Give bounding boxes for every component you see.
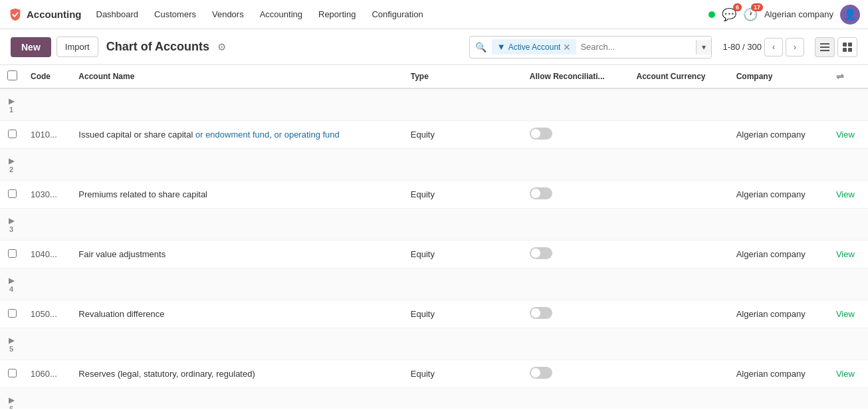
reconciliation-toggle[interactable] [530, 247, 552, 259]
group-expand-cell[interactable]: ▶ 2 [0, 149, 24, 181]
col-header-code[interactable]: Code [24, 65, 72, 88]
import-button[interactable]: Import [56, 37, 98, 57]
table-row: 1030... Premiums related to share capita… [0, 181, 868, 209]
search-bar: 🔍 ▼ Active Account ✕ ▾ [469, 36, 712, 58]
row-checkbox[interactable] [8, 369, 17, 377]
col-header-currency[interactable]: Account Currency [630, 65, 730, 88]
view-link-cell[interactable]: View [829, 181, 868, 209]
pagination-prev-button[interactable]: ‹ [764, 38, 783, 56]
nav-item-reporting[interactable]: Reporting [312, 5, 362, 23]
account-type: Equity [404, 300, 523, 328]
kanban-view-button[interactable] [837, 37, 857, 57]
nav-item-customers[interactable]: Customers [148, 5, 203, 23]
group-expand-icon[interactable]: ▶ 5 [7, 336, 16, 353]
view-link-cell[interactable]: View [829, 241, 868, 268]
allow-reconciliation-cell[interactable] [523, 300, 630, 328]
list-view-button[interactable] [815, 37, 835, 57]
view-link[interactable]: View [836, 189, 855, 199]
row-checkbox[interactable] [8, 189, 17, 198]
table-body: ▶ 1 1010... Issued capital or share capi… [0, 88, 868, 409]
view-link[interactable]: View [836, 130, 855, 140]
account-name-link-endowment[interactable]: or endowment fund [195, 130, 269, 140]
col-header-company[interactable]: Company [730, 65, 829, 88]
row-checkbox-cell[interactable] [0, 360, 24, 388]
group-expand-cell[interactable]: ▶ 4 [0, 268, 24, 300]
account-type: Equity [404, 241, 523, 268]
settings-icon[interactable]: ⚙ [217, 41, 226, 53]
view-link-cell[interactable]: View [829, 121, 868, 149]
filter-icon: ▼ [497, 42, 506, 52]
activities-count: 17 [751, 3, 763, 11]
col-header-type[interactable]: Type [404, 65, 523, 88]
row-checkbox-cell[interactable] [0, 241, 24, 268]
group-expand-icon[interactable]: ▶ 1 [7, 97, 16, 114]
accounts-table-container: Code Account Name Type Allow Reconciliat… [0, 65, 868, 409]
reconciliation-toggle[interactable] [530, 128, 552, 140]
col-header-reconciliation[interactable]: Allow Reconciliati... [523, 65, 630, 88]
group-expand-cell[interactable]: ▶ 6 [0, 388, 24, 409]
view-link-cell[interactable]: View [829, 360, 868, 388]
select-all-header[interactable] [0, 65, 24, 88]
group-row: ▶ 4 [0, 268, 868, 300]
filter-remove-button[interactable]: ✕ [563, 43, 571, 52]
allow-reconciliation-cell[interactable] [523, 241, 630, 268]
row-checkbox[interactable] [8, 130, 17, 138]
view-link[interactable]: View [836, 249, 855, 259]
accounts-table: Code Account Name Type Allow Reconciliat… [0, 65, 868, 409]
group-expand-cell[interactable]: ▶ 5 [0, 328, 24, 360]
row-checkbox-cell[interactable] [0, 181, 24, 209]
row-checkbox[interactable] [8, 309, 17, 318]
search-input[interactable] [576, 39, 696, 54]
search-dropdown-button[interactable]: ▾ [696, 40, 711, 54]
account-name-link-operating[interactable]: or operating fund [274, 130, 340, 140]
group-expand-cell[interactable]: ▶ 1 [0, 88, 24, 121]
view-link[interactable]: View [836, 369, 855, 379]
account-currency [630, 181, 730, 209]
allow-reconciliation-cell[interactable] [523, 181, 630, 209]
pagination-next-button[interactable]: › [786, 38, 804, 56]
group-expand-icon[interactable]: ▶ 4 [7, 276, 16, 293]
reconciliation-toggle[interactable] [530, 187, 552, 199]
group-row: ▶ 5 [0, 328, 868, 360]
toggle-knob [531, 308, 540, 318]
group-label [24, 88, 868, 121]
row-checkbox[interactable] [8, 249, 17, 258]
row-checkbox-cell[interactable] [0, 300, 24, 328]
group-label [24, 149, 868, 181]
group-expand-icon[interactable]: ▶ 2 [7, 157, 16, 173]
top-navigation: Accounting Dashboard Customers Vendors A… [0, 0, 868, 29]
account-name-text: Premiums related to share capital [78, 189, 207, 199]
account-code: 1060... [24, 360, 72, 388]
allow-reconciliation-cell[interactable] [523, 360, 630, 388]
allow-reconciliation-cell[interactable] [523, 121, 630, 149]
messages-badge[interactable]: 💬 6 [722, 7, 736, 22]
group-expand-icon[interactable]: ▶ 6 [7, 396, 16, 409]
group-row: ▶ 3 [0, 209, 868, 241]
user-avatar[interactable]: 👤 [840, 5, 860, 25]
col-header-extra[interactable]: ⇌ [829, 65, 868, 88]
activities-badge[interactable]: 🕐 17 [743, 7, 758, 22]
col-header-account-name[interactable]: Account Name [72, 65, 403, 88]
new-button[interactable]: New [11, 37, 51, 57]
nav-item-vendors[interactable]: Vendors [205, 5, 251, 23]
company-selector[interactable]: Algerian company [764, 9, 833, 19]
app-logo[interactable]: Accounting [8, 7, 82, 22]
nav-item-accounting[interactable]: Accounting [253, 5, 309, 23]
active-account-filter: ▼ Active Account ✕ [492, 39, 577, 54]
toggle-knob [531, 129, 540, 138]
group-expand-icon[interactable]: ▶ 3 [7, 217, 16, 233]
table-row: 1060... Reserves (legal, statutory, ordi… [0, 360, 868, 388]
account-currency [630, 121, 730, 149]
page-title: Chart of Accounts [106, 40, 209, 54]
view-link[interactable]: View [836, 309, 855, 319]
search-button[interactable]: 🔍 [470, 38, 492, 56]
nav-item-dashboard[interactable]: Dashboard [90, 5, 146, 23]
nav-item-configuration[interactable]: Configuration [365, 5, 429, 23]
view-link-cell[interactable]: View [829, 300, 868, 328]
group-label [24, 268, 868, 300]
reconciliation-toggle[interactable] [530, 307, 552, 319]
reconciliation-toggle[interactable] [530, 367, 552, 379]
row-checkbox-cell[interactable] [0, 121, 24, 149]
group-expand-cell[interactable]: ▶ 3 [0, 209, 24, 241]
select-all-checkbox[interactable] [7, 70, 17, 80]
